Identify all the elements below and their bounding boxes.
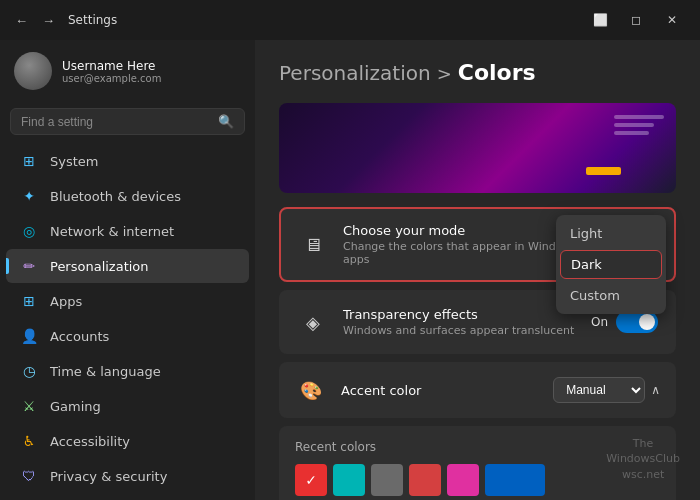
sidebar-item-label: Network & internet (50, 224, 174, 239)
search-input[interactable] (21, 115, 210, 129)
sidebar-item-accounts[interactable]: 👤 Accounts (6, 319, 249, 353)
dropdown-item-custom[interactable]: Custom (556, 281, 666, 310)
sidebar-item-label: Personalization (50, 259, 149, 274)
accent-row[interactable]: 🎨 Accent color Manual Automatic ∧ (279, 362, 676, 418)
sidebar-item-personalization[interactable]: ✏ Personalization (6, 249, 249, 283)
nav-controls: ← → (10, 11, 60, 30)
time-icon: ◷ (20, 362, 38, 380)
accent-control: Manual Automatic ∧ (553, 377, 660, 403)
mode-section: 🖥 Choose your mode Change the colors tha… (279, 207, 676, 282)
minimize-button[interactable]: ⬜ (582, 6, 618, 34)
sidebar-item-accessibility[interactable]: ♿ Accessibility (6, 424, 249, 458)
sidebar-item-label: Accessibility (50, 434, 130, 449)
sidebar-item-network[interactable]: ◎ Network & internet (6, 214, 249, 248)
maximize-button[interactable]: ◻ (618, 6, 654, 34)
colors-section: Recent colors ✓ Windows colors (279, 426, 676, 500)
sidebar-item-system[interactable]: ⊞ System (6, 144, 249, 178)
toggle-knob (639, 314, 655, 330)
transparency-toggle[interactable] (616, 311, 658, 333)
user-email: user@example.com (62, 73, 241, 84)
page-header: Personalization > Colors (279, 60, 676, 85)
back-button[interactable]: ← (10, 11, 33, 30)
swatch-darkred[interactable] (409, 464, 441, 496)
swatch-pink[interactable] (447, 464, 479, 496)
swatch-teal[interactable] (333, 464, 365, 496)
title-bar: ← → Settings ⬜ ◻ ✕ (0, 0, 700, 40)
transparency-desc: Windows and surfaces appear translucent (343, 324, 577, 337)
app-body: Username Here user@example.com 🔍 ⊞ Syste… (0, 40, 700, 500)
sidebar-item-label: Accounts (50, 329, 109, 344)
breadcrumb-separator: > (437, 63, 452, 84)
personalization-icon: ✏ (20, 257, 38, 275)
window-controls: ⬜ ◻ ✕ (582, 6, 690, 34)
accessibility-icon: ♿ (20, 432, 38, 450)
recent-swatches: ✓ (295, 464, 660, 496)
preview-line-3 (614, 131, 649, 135)
preview-lines (614, 115, 664, 135)
sidebar: Username Here user@example.com 🔍 ⊞ Syste… (0, 40, 255, 500)
search-icon: 🔍 (218, 114, 234, 129)
check-mark: ✓ (305, 472, 317, 488)
privacy-icon: 🛡 (20, 467, 38, 485)
preview-banner (279, 103, 676, 193)
sidebar-item-update[interactable]: ↻ Windows Update (6, 494, 249, 500)
accent-label: Accent color (341, 383, 539, 398)
system-icon: ⊞ (20, 152, 38, 170)
sidebar-user: Username Here user@example.com (0, 40, 255, 102)
transparency-icon: ◈ (297, 306, 329, 338)
sidebar-item-time[interactable]: ◷ Time & language (6, 354, 249, 388)
recent-colors-label: Recent colors (295, 440, 660, 454)
accent-icon: 🎨 (295, 374, 327, 406)
user-name: Username Here (62, 59, 241, 73)
dropdown-item-dark[interactable]: Dark (560, 250, 662, 279)
transparency-control: On (591, 311, 658, 333)
network-icon: ◎ (20, 222, 38, 240)
apps-icon: ⊞ (20, 292, 38, 310)
sidebar-item-label: Apps (50, 294, 82, 309)
user-info: Username Here user@example.com (62, 59, 241, 84)
mode-dropdown[interactable]: Light Dark Custom (556, 215, 666, 314)
dropdown-item-light[interactable]: Light (556, 219, 666, 248)
transparency-text: Transparency effects Windows and surface… (343, 307, 577, 337)
sidebar-item-apps[interactable]: ⊞ Apps (6, 284, 249, 318)
swatch-red[interactable]: ✓ (295, 464, 327, 496)
main-content: Personalization > Colors 🖥 Choose your m… (255, 40, 700, 500)
accounts-icon: 👤 (20, 327, 38, 345)
sidebar-item-bluetooth[interactable]: ✦ Bluetooth & devices (6, 179, 249, 213)
breadcrumb-parent: Personalization (279, 61, 431, 85)
accent-select[interactable]: Manual Automatic (553, 377, 645, 403)
close-button[interactable]: ✕ (654, 6, 690, 34)
nav-list: ⊞ System ✦ Bluetooth & devices ◎ Network… (0, 143, 255, 500)
swatch-wide-blue[interactable] (485, 464, 545, 496)
sidebar-item-label: System (50, 154, 98, 169)
mode-icon: 🖥 (297, 229, 329, 261)
toggle-label: On (591, 315, 608, 329)
sidebar-item-gaming[interactable]: ⚔ Gaming (6, 389, 249, 423)
page-title: Colors (458, 60, 536, 85)
app-title: Settings (68, 13, 117, 27)
accent-chevron-icon: ∧ (651, 383, 660, 397)
preview-accent-bar (586, 167, 621, 175)
bluetooth-icon: ✦ (20, 187, 38, 205)
preview-line-2 (614, 123, 654, 127)
sidebar-item-privacy[interactable]: 🛡 Privacy & security (6, 459, 249, 493)
sidebar-item-label: Gaming (50, 399, 101, 414)
forward-button[interactable]: → (37, 11, 60, 30)
gaming-icon: ⚔ (20, 397, 38, 415)
preview-line-1 (614, 115, 664, 119)
search-box[interactable]: 🔍 (10, 108, 245, 135)
sidebar-item-label: Privacy & security (50, 469, 167, 484)
sidebar-item-label: Time & language (50, 364, 161, 379)
transparency-title: Transparency effects (343, 307, 577, 322)
swatch-gray[interactable] (371, 464, 403, 496)
avatar (14, 52, 52, 90)
sidebar-item-label: Bluetooth & devices (50, 189, 181, 204)
